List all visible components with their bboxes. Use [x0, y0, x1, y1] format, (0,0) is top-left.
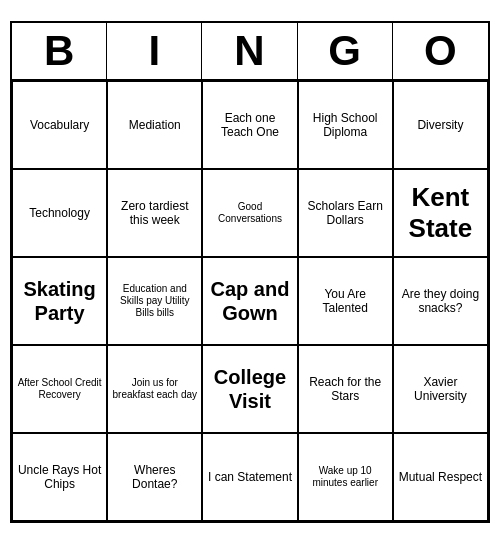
bingo-cell-5: Technology — [12, 169, 107, 257]
bingo-cell-0: Vocabulary — [12, 81, 107, 169]
bingo-cell-6: Zero tardiest this week — [107, 169, 202, 257]
bingo-cell-1: Mediation — [107, 81, 202, 169]
bingo-cell-15: After School Credit Recovery — [12, 345, 107, 433]
bingo-cell-14: Are they doing snacks? — [393, 257, 488, 345]
bingo-cell-12: Cap and Gown — [202, 257, 297, 345]
bingo-cell-7: Good Conversations — [202, 169, 297, 257]
bingo-cell-19: Xavier University — [393, 345, 488, 433]
bingo-grid: VocabularyMediationEach one Teach OneHig… — [12, 81, 488, 521]
bingo-cell-16: Join us for breakfast each day — [107, 345, 202, 433]
bingo-cell-24: Mutual Respect — [393, 433, 488, 521]
bingo-cell-4: Diversity — [393, 81, 488, 169]
bingo-cell-3: High School Diploma — [298, 81, 393, 169]
bingo-cell-9: Kent State — [393, 169, 488, 257]
bingo-cell-13: You Are Talented — [298, 257, 393, 345]
bingo-cell-17: College Visit — [202, 345, 297, 433]
bingo-cell-22: I can Statement — [202, 433, 297, 521]
bingo-cell-10: Skating Party — [12, 257, 107, 345]
bingo-cell-23: Wake up 10 minutes earlier — [298, 433, 393, 521]
bingo-cell-18: Reach for the Stars — [298, 345, 393, 433]
bingo-card: BINGO VocabularyMediationEach one Teach … — [10, 21, 490, 523]
bingo-letter-N: N — [202, 23, 297, 79]
bingo-letter-B: B — [12, 23, 107, 79]
bingo-cell-8: Scholars Earn Dollars — [298, 169, 393, 257]
bingo-letter-I: I — [107, 23, 202, 79]
bingo-cell-21: Wheres Dontae? — [107, 433, 202, 521]
bingo-cell-11: Education and Skills pay Utility Bills b… — [107, 257, 202, 345]
bingo-letter-G: G — [298, 23, 393, 79]
bingo-cell-20: Uncle Rays Hot Chips — [12, 433, 107, 521]
bingo-header: BINGO — [12, 23, 488, 81]
bingo-letter-O: O — [393, 23, 488, 79]
bingo-cell-2: Each one Teach One — [202, 81, 297, 169]
